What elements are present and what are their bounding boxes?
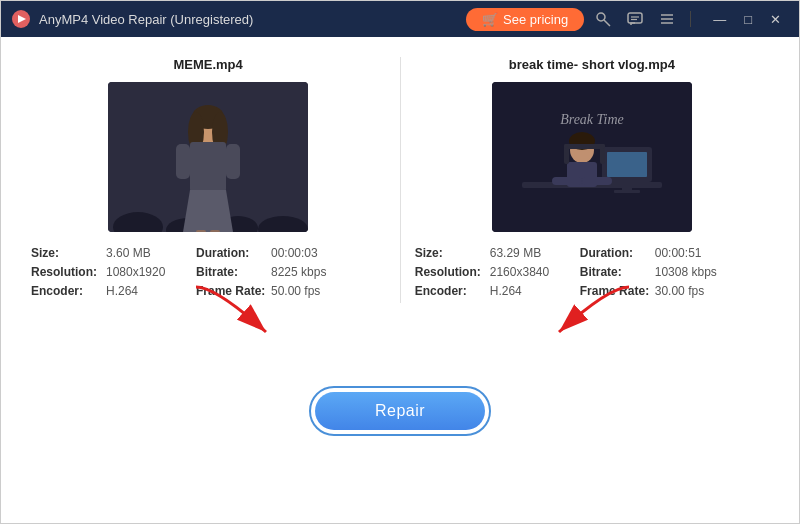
- svg-rect-19: [190, 142, 226, 192]
- svg-marker-22: [183, 190, 233, 232]
- left-size-label: Size:: [31, 246, 106, 260]
- svg-line-3: [604, 20, 610, 26]
- left-duration-value: 00:00:03: [271, 246, 318, 260]
- svg-rect-34: [552, 177, 582, 185]
- right-video-thumbnail: Break Time: [492, 82, 692, 232]
- title-bar-left: AnyMP4 Video Repair (Unregistered): [11, 9, 253, 29]
- cart-icon: 🛒: [482, 12, 498, 27]
- right-arrow: [519, 282, 639, 342]
- right-video-filename: break time- short vlog.mp4: [509, 57, 675, 72]
- title-bar: AnyMP4 Video Repair (Unregistered) 🛒 See…: [1, 1, 799, 37]
- app-icon: [11, 9, 31, 29]
- right-res-row: Resolution: 2160x3840 Bitrate: 10308 kbp…: [415, 265, 769, 279]
- videos-row: MEME.mp4: [31, 57, 769, 303]
- see-pricing-button[interactable]: 🛒 See pricing: [466, 8, 584, 31]
- minimize-button[interactable]: —: [705, 11, 734, 28]
- right-res-value: 2160x3840: [490, 265, 580, 279]
- svg-rect-24: [210, 230, 220, 232]
- svg-rect-4: [628, 13, 642, 23]
- right-bitrate-label: Bitrate:: [580, 265, 655, 279]
- left-video-thumbnail: [108, 82, 308, 232]
- svg-rect-20: [176, 144, 190, 179]
- left-res-label: Resolution:: [31, 265, 106, 279]
- right-size-value: 63.29 MB: [490, 246, 580, 260]
- repair-button[interactable]: Repair: [315, 392, 485, 430]
- left-res-row: Resolution: 1080x1920 Bitrate: 8225 kbps: [31, 265, 385, 279]
- svg-point-2: [597, 13, 605, 21]
- window-controls: — □ ✕: [705, 11, 789, 28]
- svg-rect-39: [607, 152, 647, 177]
- left-encoder-label: Encoder:: [31, 284, 106, 298]
- vertical-divider: [400, 57, 401, 303]
- left-video-filename: MEME.mp4: [173, 57, 242, 72]
- break-time-overlay: Break Time: [560, 112, 624, 127]
- key-button[interactable]: [590, 9, 616, 29]
- right-duration-value: 00:00:51: [655, 246, 702, 260]
- main-content: MEME.mp4: [1, 37, 799, 524]
- svg-rect-23: [196, 230, 206, 232]
- right-size-label: Size:: [415, 246, 490, 260]
- left-thumbnail-art: [108, 82, 308, 232]
- maximize-button[interactable]: □: [736, 11, 760, 28]
- left-size-value: 3.60 MB: [106, 246, 196, 260]
- chat-button[interactable]: [622, 9, 648, 29]
- right-res-label: Resolution:: [415, 265, 490, 279]
- left-res-value: 1080x1920: [106, 265, 196, 279]
- left-bitrate-label: Bitrate:: [196, 265, 271, 279]
- close-button[interactable]: ✕: [762, 11, 789, 28]
- svg-rect-35: [582, 177, 612, 185]
- svg-rect-21: [226, 144, 240, 179]
- right-bitrate-value: 10308 kbps: [655, 265, 717, 279]
- right-size-row: Size: 63.29 MB Duration: 00:00:51: [415, 246, 769, 260]
- right-encoder-label: Encoder:: [415, 284, 490, 298]
- left-duration-label: Duration:: [196, 246, 271, 260]
- right-fps-value: 30.00 fps: [655, 284, 704, 298]
- repair-area: Repair: [31, 317, 769, 505]
- title-bar-right: 🛒 See pricing —: [466, 8, 789, 31]
- right-thumbnail-art: Break Time: [492, 82, 692, 232]
- app-title: AnyMP4 Video Repair (Unregistered): [39, 12, 253, 27]
- left-arrow: [186, 282, 306, 342]
- right-duration-label: Duration:: [580, 246, 655, 260]
- left-bitrate-value: 8225 kbps: [271, 265, 326, 279]
- separator: [690, 11, 691, 27]
- right-video-panel: break time- short vlog.mp4 Break Time: [415, 57, 769, 303]
- left-video-panel: MEME.mp4: [31, 57, 385, 303]
- left-encoder-value: H.264: [106, 284, 196, 298]
- left-size-row: Size: 3.60 MB Duration: 00:00:03: [31, 246, 385, 260]
- svg-rect-30: [614, 190, 640, 193]
- svg-rect-38: [564, 144, 605, 149]
- menu-button[interactable]: [654, 9, 680, 29]
- svg-rect-29: [622, 182, 632, 190]
- repair-button-wrapper: Repair: [309, 386, 491, 436]
- see-pricing-label: See pricing: [503, 12, 568, 27]
